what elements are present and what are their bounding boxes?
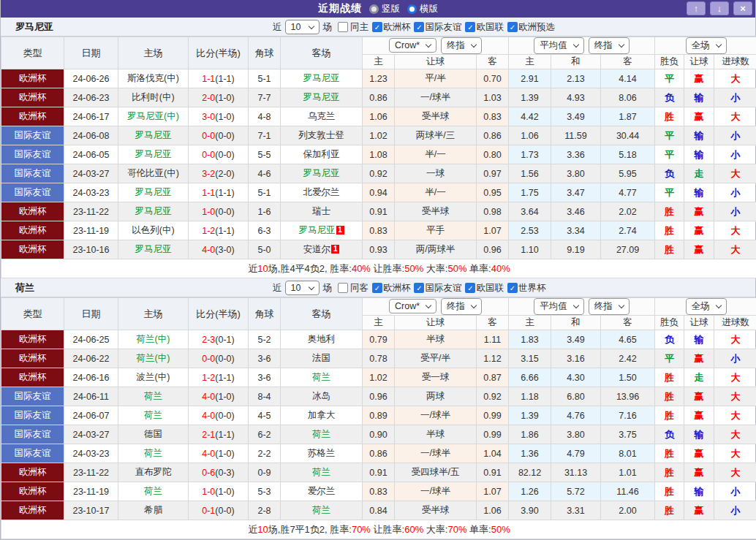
move-down-button[interactable]: ↓ [710, 1, 729, 15]
close-button[interactable]: × [733, 1, 752, 15]
chevron-down-icon [309, 23, 314, 28]
crow-home-odds: 1.23 [363, 69, 395, 88]
summary-segment: 10 [257, 263, 268, 274]
result-goals: 大 [714, 387, 756, 406]
match-date: 24-06-17 [64, 107, 118, 126]
result-outcome: 胜 [655, 240, 684, 259]
corner-score: 5-5 [249, 145, 281, 164]
average-select[interactable]: 平均值 [534, 37, 584, 54]
avg-home-odds: 1.83 [509, 330, 551, 349]
away-team-name: 加拿大 [308, 410, 336, 420]
odds-stage-select[interactable]: 终指 [441, 37, 482, 54]
average-stage-select[interactable]: 终指 [589, 37, 630, 54]
corner-score: 2-2 [249, 444, 281, 463]
odds-stage-select[interactable]: 终指 [441, 298, 482, 315]
score-cell: 2-3(0-1) [189, 330, 249, 349]
full-time-score: 4-0 [202, 449, 215, 459]
bookmaker-select[interactable]: Crow* [389, 38, 436, 53]
period-select[interactable]: 全场 [686, 298, 727, 315]
half-time-score: (3-0) [215, 245, 234, 255]
avg-draw-odds: 4.76 [551, 406, 601, 425]
league-filter-2[interactable]: ✓国际友谊 [414, 282, 461, 294]
away-team-name: 荷兰 [312, 505, 330, 515]
corner-score: 5-3 [249, 482, 281, 501]
chevron-down-icon [471, 42, 477, 47]
filter-controls: 近 10 场 同主 ✓欧洲杯✓国际友谊✓欧国联✓欧洲预选 [273, 18, 555, 37]
col-header-away: 客场 [281, 298, 363, 330]
full-time-score: 3-2 [202, 169, 215, 179]
recent-count-select[interactable]: 10 [285, 281, 320, 295]
crow-home-odds: 0.84 [363, 501, 395, 520]
result-handicap: 赢 [684, 349, 714, 368]
result-outcome: 胜 [655, 221, 684, 240]
match-row: 欧洲杯23-11-22直布罗陀0-6(0-3)0-9荷兰0.91受四球半/五0.… [1, 463, 756, 482]
result-outcome: 负 [655, 88, 684, 107]
result-goals: 大 [714, 107, 756, 126]
home-team: 荷兰(中) [118, 349, 189, 368]
league-filter-4[interactable]: ✓世界杯 [507, 282, 546, 294]
league-label: 国际友谊 [425, 21, 461, 34]
home-team: 波兰(中) [118, 368, 189, 387]
summary-text: 近10场,胜7平1负2, 胜率:70% 让胜率:60% 大率:70% 单率:50… [1, 520, 756, 539]
half-time-score: (0-0) [215, 150, 234, 160]
home-team: 斯洛伐克(中) [118, 69, 189, 88]
score-cell: 0-0(0-0) [189, 126, 249, 145]
horizontal-radio-label: 横版 [420, 3, 438, 15]
league-filter-4[interactable]: ✓欧洲预选 [507, 21, 555, 34]
avg-away-odds: 8.06 [601, 88, 655, 107]
recent-count-select[interactable]: 10 [285, 20, 320, 34]
match-row: 国际友谊24-03-23荷兰4-0(1-0)2-2苏格兰0.86一/球半1.04… [1, 444, 756, 463]
result-goals: 小 [714, 349, 756, 368]
result-goals: 大 [714, 221, 756, 240]
league-filter-3[interactable]: ✓欧国联 [465, 282, 504, 294]
away-team: 苏格兰 [281, 444, 363, 463]
layout-vertical-radio[interactable]: 竖版 [369, 3, 400, 15]
section-bar-romania: 罗马尼亚 近 10 场 同主 ✓欧洲杯✓国际友谊✓欧国联✓欧洲预选 [1, 18, 755, 37]
result-handicap: 赢 [684, 501, 714, 520]
half-time-score: (0-0) [215, 411, 234, 421]
recent-count-value: 10 [291, 22, 301, 32]
crow-home-odds: 0.90 [363, 425, 395, 444]
away-team-name: 苏格兰 [308, 448, 336, 458]
result-goals: 小 [714, 145, 756, 164]
avg-away-odds: 30.44 [601, 126, 655, 145]
move-up-button[interactable]: ↑ [687, 1, 706, 15]
league-filter-2[interactable]: ✓国际友谊 [414, 21, 461, 34]
away-team: 荷兰 [281, 463, 363, 482]
crow-handicap: 半球 [395, 330, 477, 349]
avg-home-odds: 2.91 [509, 69, 551, 88]
average-stage-select[interactable]: 终指 [589, 298, 630, 315]
league-filter-1[interactable]: ✓欧洲杯 [372, 21, 411, 34]
avg-home-odds: 1.86 [509, 425, 551, 444]
bookmaker-select[interactable]: Crow* [389, 299, 436, 313]
avg-draw-odds: 9.19 [551, 240, 601, 259]
layout-horizontal-radio[interactable]: 横版 [407, 3, 438, 15]
avg-draw-odds: 3.49 [551, 330, 601, 349]
corner-score: 0-9 [249, 463, 281, 482]
same-venue-checkbox[interactable] [338, 22, 348, 32]
crow-handicap: 半球 [395, 425, 477, 444]
away-team-name: 奥地利 [308, 334, 336, 344]
summary-segment: 40% [352, 263, 371, 274]
checkbox-checked-icon: ✓ [372, 22, 382, 32]
avg-draw-odds: 3.31 [551, 501, 601, 520]
red-card-badge: 1 [336, 226, 344, 235]
half-time-score: (0-0) [215, 207, 234, 217]
avg-away-col: 客 [601, 55, 655, 69]
crow-away-odds: 1.12 [477, 349, 509, 368]
same-venue-checkbox[interactable] [338, 283, 348, 293]
crow-away-odds: 0.99 [477, 425, 509, 444]
period-select[interactable]: 全场 [686, 37, 727, 54]
full-time-score: 0-0 [202, 354, 215, 364]
crow-home-odds: 0.86 [363, 444, 395, 463]
league-filter-1[interactable]: ✓欧洲杯 [372, 282, 411, 294]
league-filter-3[interactable]: ✓欧国联 [465, 21, 504, 34]
corner-score: 4-6 [249, 164, 281, 183]
score-cell: 0-0(0-0) [189, 349, 249, 368]
summary-segment: 近 [248, 524, 257, 535]
full-time-score: 2-0 [202, 93, 215, 103]
half-time-score: (1-0) [215, 112, 234, 122]
average-select[interactable]: 平均值 [534, 298, 584, 315]
match-date: 23-11-19 [64, 221, 118, 240]
crow-home-odds: 0.94 [363, 183, 395, 202]
